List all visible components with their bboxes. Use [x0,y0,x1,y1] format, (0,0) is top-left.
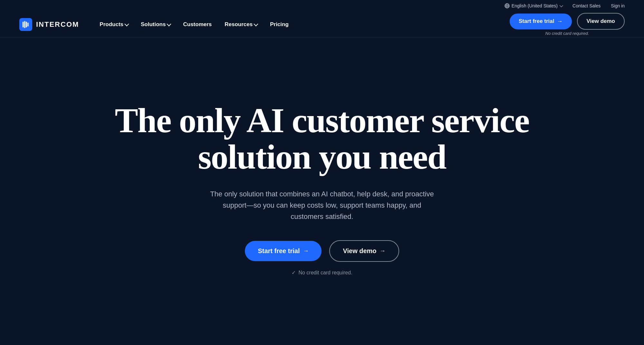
nav-item-pricing[interactable]: Pricing [265,19,294,30]
svg-rect-5 [23,22,24,27]
hero-subtitle: The only solution that combines an AI ch… [206,188,438,222]
language-selector[interactable]: English (United States) [505,3,562,8]
nav-item-products[interactable]: Products [94,19,133,30]
hero-section: The only AI customer service solution yo… [0,37,644,328]
navbar: INTERCOM Products Solutions Customers Re… [0,12,644,37]
hero-view-demo-button[interactable]: View demo → [329,240,399,262]
chevron-down-icon [124,22,129,26]
contact-sales-link[interactable]: Contact Sales [572,3,601,8]
hero-buttons: Start free trial → View demo → [245,240,399,262]
nav-start-trial-button[interactable]: Start free trial → [510,14,572,29]
svg-rect-6 [24,21,25,28]
logo-text: INTERCOM [36,20,79,29]
logo[interactable]: INTERCOM [19,18,79,31]
nav-actions: Start free trial → View demo No credit c… [510,13,625,36]
svg-rect-8 [27,23,29,26]
chevron-down-icon [560,4,563,7]
arrow-icon: → [557,18,563,25]
hero-title: The only AI customer service solution yo… [97,102,548,175]
language-label: English (United States) [512,3,558,8]
nav-item-solutions[interactable]: Solutions [136,19,175,30]
no-credit-hero: ✓ No credit card required. [292,270,352,276]
nav-item-customers[interactable]: Customers [178,19,217,30]
nav-item-resources[interactable]: Resources [219,19,262,30]
chevron-down-icon [254,22,258,26]
no-credit-nav-label: No credit card required. [545,31,589,36]
nav-buttons-row: Start free trial → View demo [510,13,625,30]
globe-icon [505,3,510,8]
arrow-icon: → [303,248,309,254]
logo-icon [19,18,32,31]
nav-view-demo-button[interactable]: View demo [577,13,625,30]
nav-links: Products Solutions Customers Resources P… [94,19,510,30]
sign-in-link[interactable]: Sign in [611,3,625,8]
checkmark-icon: ✓ [292,270,296,276]
no-credit-label: No credit card required. [298,270,352,276]
top-bar: English (United States) Contact Sales Si… [0,0,644,12]
chevron-down-icon [167,22,171,26]
svg-rect-7 [26,22,27,27]
arrow-icon: → [380,248,386,254]
hero-start-trial-button[interactable]: Start free trial → [245,241,322,261]
